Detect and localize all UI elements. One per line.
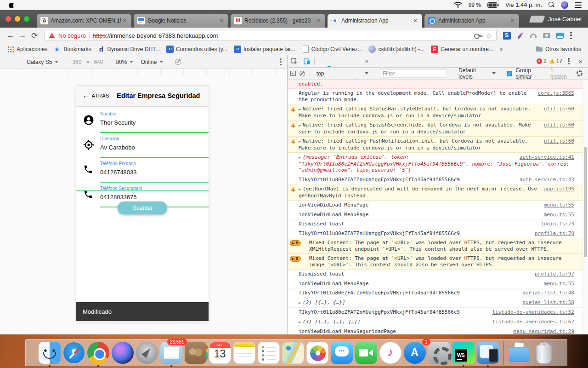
browser-tab[interactable]: Recibidos (2.355) - gxbo20 <box>231 14 325 28</box>
dock-item-facetime[interactable] <box>355 342 377 364</box>
page-url[interactable]: https://immense-beyond-67383.herokuapp.c… <box>93 32 218 39</box>
dock-app-icon[interactable] <box>501 342 506 364</box>
no-throttle-icon[interactable] <box>175 59 181 65</box>
scrollbar-thumb[interactable] <box>584 147 587 257</box>
devtools-tab[interactable] <box>352 55 362 67</box>
dock-item-mail[interactable]: 23,551 <box>160 342 182 364</box>
dock-app-icon[interactable] <box>404 342 426 364</box>
dock-app-icon[interactable] <box>136 342 158 364</box>
bookmark-star-icon[interactable]: ☆ <box>486 32 492 39</box>
dock-app-icon[interactable] <box>331 342 353 364</box>
forward-button[interactable]: → <box>17 31 28 40</box>
network-throttle-selector[interactable]: Online <box>141 59 163 65</box>
source-location-link[interactable]: menu-seguridad.ts:29 <box>514 328 574 334</box>
repeat-count-badge[interactable]: 8 <box>290 256 301 262</box>
bookmark-item[interactable]: Aplicaciones <box>4 46 51 53</box>
viewport-width-input[interactable]: 360 <box>72 59 81 65</box>
field-input[interactable]: 04126748033 <box>100 169 137 176</box>
spotlight-search-icon[interactable] <box>548 2 554 8</box>
expand-arrow-icon[interactable] <box>299 299 301 306</box>
dock-item-maps[interactable] <box>282 342 304 364</box>
hidden-messages-link[interactable]: 1 hidden <box>550 67 570 80</box>
source-location-link[interactable]: listado-de-amenidades.ts:52 <box>492 309 574 316</box>
extension-camera-icon[interactable] <box>542 31 551 40</box>
expand-arrow-icon[interactable] <box>299 138 301 145</box>
dock-item-calendar[interactable]: JUL. 13 <box>209 342 231 364</box>
device-toolbar-menu-icon[interactable] <box>280 58 282 66</box>
browser-tab[interactable]: Google Noticias <box>134 14 228 28</box>
menubar-clock[interactable]: Vie 1:44 p. m. <box>505 1 542 8</box>
profile-button[interactable]: José Gabriel <box>530 16 582 23</box>
source-location-link[interactable]: profile.ts:97 <box>535 271 574 277</box>
source-location-link[interactable]: auth-service.ts:41 <box>520 154 574 161</box>
dock-item-launchpad[interactable] <box>136 342 158 364</box>
bookmark-item[interactable]: cstdlib (stdlib.h) -... <box>365 46 428 53</box>
source-location-link[interactable]: login.ts:73 <box>541 221 574 227</box>
zoom-window-button[interactable] <box>24 16 29 22</box>
source-location-link[interactable]: quejas-list.ts:48 <box>522 290 574 296</box>
dock-app-icon[interactable] <box>306 342 328 364</box>
security-label[interactable]: No seguro <box>58 32 86 39</box>
error-count-badge[interactable]: 2 <box>537 58 547 64</box>
toggle-device-toolbar-icon[interactable] <box>300 55 313 67</box>
group-similar-label[interactable]: Group similar <box>516 67 547 80</box>
console-filter-input[interactable] <box>380 69 447 78</box>
source-location-link[interactable]: util.js:60 <box>544 138 574 144</box>
viewport-height-input[interactable]: 640 <box>94 59 103 65</box>
notification-center-icon[interactable] <box>575 2 582 8</box>
field-input[interactable]: 04128033675 <box>100 194 137 201</box>
source-location-link[interactable]: listado-de-amenidades.ts:62 <box>492 319 574 325</box>
back-navigation-button[interactable]: ← ATRÁS <box>82 92 109 98</box>
expand-arrow-icon[interactable] <box>299 154 301 161</box>
bookmark-item[interactable]: Comandos utiles (y... <box>163 46 231 53</box>
dock-item-app-store[interactable]: 1 <box>404 342 426 364</box>
dock-item-itunes[interactable] <box>379 342 401 364</box>
source-location-link[interactable]: util.js:60 <box>544 122 574 128</box>
zoom-selector[interactable]: 80% <box>116 59 133 65</box>
dock-item-dock-separator[interactable] <box>501 342 506 364</box>
log-levels-selector[interactable]: Default levels <box>458 67 496 80</box>
console-scrollbar[interactable] <box>582 80 588 334</box>
browser-tab[interactable]: Administracion App <box>424 14 519 28</box>
extension-feather-icon[interactable] <box>515 31 525 40</box>
source-location-link[interactable]: core.js:3565 <box>538 90 574 97</box>
bookmark-item[interactable]: Generar un nombre... <box>428 46 497 53</box>
siri-icon[interactable] <box>561 1 568 9</box>
minimize-window-button[interactable] <box>15 16 20 22</box>
devtools-tab[interactable] <box>343 55 352 67</box>
console-sidebar-icon[interactable] <box>290 71 296 76</box>
dock-item-chrome[interactable] <box>87 342 109 364</box>
inspect-element-icon[interactable] <box>288 55 300 67</box>
dock-item-photos[interactable] <box>306 342 328 364</box>
omnibox[interactable]: No seguro https://immense-beyond-67383.h… <box>44 30 497 41</box>
dock-item-siri[interactable] <box>112 342 134 364</box>
bookmark-item[interactable]: Código Civil Venez... <box>299 46 366 53</box>
window-controls[interactable] <box>6 16 29 22</box>
group-similar-checkbox[interactable] <box>507 71 512 76</box>
field-input[interactable]: Av Carabobo <box>100 144 135 151</box>
wifi-icon[interactable] <box>454 2 462 8</box>
close-window-button[interactable] <box>6 16 11 22</box>
source-location-link[interactable]: menu.ts:55 <box>544 202 574 208</box>
dock-item-webstorm[interactable]: WS <box>452 342 475 364</box>
bookmark-item[interactable]: » <box>497 46 506 52</box>
bookmark-item[interactable]: Bookmarks <box>51 46 94 53</box>
back-button[interactable]: ← <box>5 31 17 40</box>
dock-item-xcode[interactable] <box>477 342 499 364</box>
dock-app-icon[interactable] <box>185 342 207 364</box>
source-location-link[interactable]: menu.ts:55 <box>544 281 574 287</box>
more-tabs-icon[interactable]: » <box>362 58 372 64</box>
clear-console-icon[interactable] <box>300 71 305 76</box>
dock-item-trash[interactable] <box>532 342 554 364</box>
dock-app-icon[interactable] <box>87 342 109 364</box>
source-location-link[interactable]: quejas-list.ts:58 <box>522 299 574 306</box>
dock-item-contacts[interactable] <box>185 342 207 364</box>
dock-app-icon[interactable] <box>508 342 530 364</box>
devtools-close-icon[interactable] <box>575 58 586 65</box>
dock-app-icon[interactable] <box>428 342 450 364</box>
extension-arch-icon[interactable] <box>529 31 538 40</box>
source-location-link[interactable]: menu.ts:55 <box>544 212 574 218</box>
expand-arrow-icon[interactable] <box>299 319 301 326</box>
dock-app-icon[interactable] <box>532 342 554 364</box>
dock-app-icon[interactable] <box>233 342 255 364</box>
